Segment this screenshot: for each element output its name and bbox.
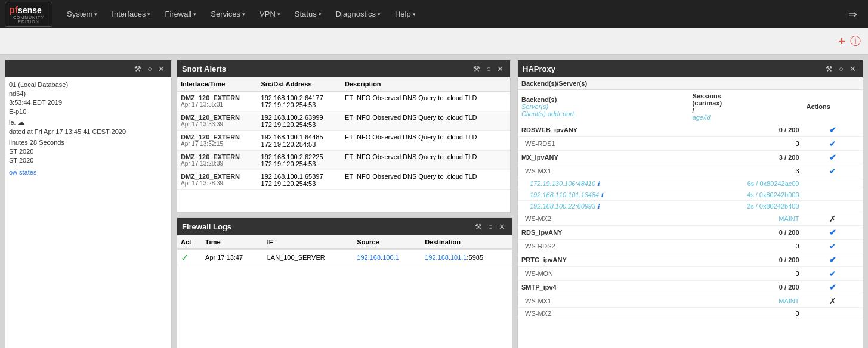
snort-header-row: Interface/Time Src/Dst Address Descripti… (177, 77, 510, 91)
haproxy-action-cell: ✔ (803, 240, 863, 253)
haproxy-action-cell: ✗ (803, 212, 863, 226)
fw-col-time: Time (202, 235, 264, 249)
snort-iface-cell: DMZ_120_EXTERN Apr 17 13:28:39 (177, 170, 258, 190)
snort-iface: DMZ_120_EXTERN (181, 133, 254, 141)
nav-arrow: ▾ (378, 11, 381, 17)
nav-services[interactable]: Services ▾ (205, 0, 251, 28)
check-icon: ✔ (829, 269, 836, 278)
haproxy-action-cell (803, 308, 863, 319)
fw-col-source: Source (353, 235, 421, 249)
logo[interactable]: pfsense COMMUNITY EDITION (5, 2, 52, 27)
info-icon[interactable]: ℹ (597, 181, 600, 187)
haproxy-panel-title: HAProxy (523, 64, 555, 73)
snort-panel-header: Snort Alerts ⚒ ○ ✕ (177, 60, 510, 77)
haproxy-name-cell: MX_ipvANY (518, 151, 689, 164)
line-1: 01 (Local Database) (9, 81, 168, 88)
haproxy-section-label: Backend(s)/Server(s) (518, 77, 863, 90)
fw-dest-link[interactable]: 192.168.101.1 (425, 254, 467, 261)
show-states-link[interactable]: ow states (9, 169, 36, 176)
snort-table: Interface/Time Src/Dst Address Descripti… (177, 77, 510, 190)
nav-system[interactable]: System ▾ (61, 0, 103, 28)
minimize-icon[interactable]: ○ (146, 64, 154, 74)
fw-header-row: Act Time IF Source Destination (177, 235, 512, 249)
close-icon[interactable]: ✕ (156, 64, 166, 74)
nav-status[interactable]: Status ▾ (289, 0, 328, 28)
snort-row: DMZ_120_EXTERN Apr 17 13:35:31 192.168.1… (177, 91, 510, 111)
nav-vpn[interactable]: VPN ▾ (254, 0, 286, 28)
haproxy-name-cell: 192.168.110.101:13484 ℹ (518, 189, 689, 201)
fw-dest-cell: 192.168.101.1:5985 (421, 249, 512, 266)
logout-button[interactable]: ⇒ (842, 8, 863, 21)
nav-interfaces[interactable]: Interfaces ▾ (106, 0, 156, 28)
snort-col-iface: Interface/Time (177, 77, 258, 91)
haproxy-col-sessions: Sessions (cur/max) / age/id (689, 90, 803, 124)
nav-help[interactable]: Help ▾ (389, 0, 422, 28)
haproxy-panel-header: HAProxy ⚒ ○ ✕ (518, 60, 863, 77)
haproxy-name-cell: WS-RDS2 (518, 240, 689, 253)
haproxy-name-cell: 192.168.100.22:60993 ℹ (518, 201, 689, 212)
fw-close-icon[interactable]: ✕ (497, 222, 507, 232)
haproxy-row: WS-MX1 3 ✔ (518, 164, 863, 178)
snort-src: 192.168.100.1:64485 (261, 133, 338, 141)
snort-date: Apr 17 13:32:15 (181, 141, 254, 147)
main-content: ⚒ ○ ✕ 01 (Local Database) nd64) 3:53:44 … (0, 55, 868, 348)
check-icon: ✔ (829, 241, 836, 251)
snort-panel-title: Snort Alerts (182, 64, 226, 73)
snort-minimize-icon[interactable]: ○ (484, 64, 493, 74)
haproxy-name-cell: RDS_ipvANY (518, 226, 689, 240)
line-8: ST 2020 (9, 148, 168, 155)
fw-wrench-icon[interactable]: ⚒ (473, 222, 484, 232)
haproxy-action-cell: ✔ (803, 137, 863, 151)
haproxy-row: 192.168.100.22:60993 ℹ 2s / 0x80242b400 (518, 201, 863, 212)
haproxy-sessions-cell: 2s / 0x80242b400 (689, 201, 803, 212)
nav-firewall[interactable]: Firewall ▾ (159, 0, 202, 28)
haproxy-action-cell: ✔ (803, 226, 863, 240)
haproxy-sessions-cell: 0 (689, 267, 803, 281)
haproxy-col-age-label: age/id (693, 114, 799, 121)
nav-diagnostics[interactable]: Diagnostics ▾ (330, 0, 387, 28)
snort-addr-cell: 192.168.100.1:64485 172.19.120.254:53 (258, 131, 342, 151)
nav-arrow: ▾ (94, 11, 97, 17)
haproxy-action-cell: ✔ (803, 281, 863, 294)
snort-iface: DMZ_120_EXTERN (181, 94, 254, 101)
haproxy-name-cell: RDSWEB_ipvANY (518, 123, 689, 137)
help-button[interactable]: ⓘ (850, 34, 861, 48)
info-icon[interactable]: ℹ (601, 192, 603, 198)
snort-desc-cell: ET INFO Observed DNS Query to .cloud TLD (341, 91, 510, 111)
haproxy-sessions-cell: 0 / 200 (689, 226, 803, 240)
haproxy-col-servers-label: Server(s) (521, 103, 685, 110)
haproxy-row: WS-MX2 0 (518, 308, 863, 319)
snort-desc-cell: ET INFO Observed DNS Query to .cloud TLD (341, 131, 510, 151)
snort-close-icon[interactable]: ✕ (495, 64, 505, 74)
check-icon: ✔ (829, 255, 836, 265)
fw-table-container: Act Time IF Source Destination ✓ Apr 17 … (177, 235, 512, 266)
haproxy-col-client-label: Client(s) addr:port (521, 110, 685, 117)
fw-col-dest: Destination (421, 235, 512, 249)
fw-panel-header: Firewall Logs ⚒ ○ ✕ (177, 218, 512, 235)
haproxy-col-actions: Actions (803, 90, 863, 124)
logo-sense: sense (18, 5, 42, 15)
haproxy-row: WS-MON 0 ✔ (518, 267, 863, 281)
haproxy-sessions-cell: 6s / 0x80242ac00 (689, 178, 803, 189)
fw-source-link[interactable]: 192.168.100.1 (357, 254, 399, 261)
fw-minimize-icon[interactable]: ○ (486, 222, 495, 232)
haproxy-wrench-icon[interactable]: ⚒ (824, 64, 835, 74)
haproxy-name-cell: WS-MX2 (518, 212, 689, 226)
nav-arrow: ▾ (319, 11, 322, 17)
wrench-icon[interactable]: ⚒ (132, 64, 143, 74)
info-icon[interactable]: ℹ (597, 203, 600, 210)
line-4: E-p10 (9, 108, 168, 115)
add-widget-button[interactable]: + (838, 35, 845, 48)
haproxy-close-icon[interactable]: ✕ (848, 64, 858, 74)
panel-controls: ⚒ ○ ✕ (132, 64, 166, 74)
snort-wrench-icon[interactable]: ⚒ (471, 64, 482, 74)
snort-addr-cell: 192.168.100.2:63999 172.19.120.254:53 (258, 111, 342, 131)
line-5: le. ☁ (9, 119, 168, 126)
snort-iface-cell: DMZ_120_EXTERN Apr 17 13:32:15 (177, 131, 258, 151)
haproxy-sessions-cell: MAINT (689, 294, 803, 308)
nav-arrow: ▾ (242, 11, 245, 17)
left-panel: ⚒ ○ ✕ 01 (Local Database) nd64) 3:53:44 … (5, 60, 172, 348)
snort-iface: DMZ_120_EXTERN (181, 153, 254, 160)
snort-date: Apr 17 13:35:31 (181, 101, 254, 108)
haproxy-minimize-icon[interactable]: ○ (837, 64, 845, 74)
